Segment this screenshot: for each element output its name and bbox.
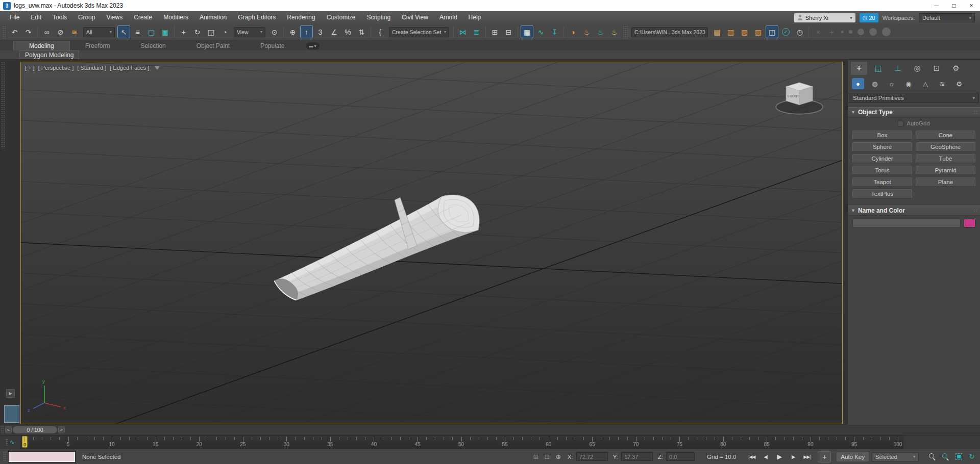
tab-object-paint[interactable]: Object Paint: [181, 41, 245, 50]
toolbar-grip[interactable]: [623, 25, 628, 39]
use-pivot-point-center-button[interactable]: ⊙: [268, 25, 281, 38]
select-and-rotate-button[interactable]: ↻: [191, 25, 204, 38]
menu-customize[interactable]: Customize: [321, 11, 361, 24]
filter-funnel-icon[interactable]: [155, 66, 160, 70]
primitive-category-dropdown[interactable]: Standard Primitives ▾: [849, 93, 979, 103]
tab-freeform[interactable]: Freeform: [70, 41, 126, 50]
select-object-button[interactable]: ↖: [117, 25, 130, 38]
previous-frame-button[interactable]: <: [5, 426, 12, 433]
zoom-extents-icon[interactable]: [940, 452, 950, 462]
menu-create[interactable]: Create: [128, 11, 158, 24]
menu-group[interactable]: Group: [72, 11, 101, 24]
maxscript-mini-listener[interactable]: [9, 452, 75, 462]
menu-edit[interactable]: Edit: [25, 11, 47, 24]
data-exchange-button[interactable]: ▨: [752, 25, 765, 38]
toolbar-grip[interactable]: [1, 62, 5, 148]
rectangular-selection-region-button[interactable]: ▢: [145, 25, 158, 38]
create-torus-button[interactable]: Torus: [852, 166, 912, 175]
menu-arnold[interactable]: Arnold: [434, 11, 463, 24]
select-and-place-button[interactable]: ◔: [218, 25, 231, 38]
category-lights[interactable]: ☼: [886, 78, 898, 89]
viewport-layout-tabs-button[interactable]: ▶: [6, 389, 15, 398]
tab-hierarchy-panel[interactable]: ⊥: [890, 62, 906, 75]
toolbar-grip[interactable]: [1, 426, 4, 434]
file-link-manager-button[interactable]: ▧: [738, 25, 751, 38]
toggle-ribbon-button[interactable]: ▦: [521, 25, 533, 38]
tab-selection[interactable]: Selection: [125, 41, 181, 50]
key-filter-dropdown[interactable]: Selected ▾: [872, 452, 919, 461]
spinner-snap-toggle-button[interactable]: ⇅: [355, 25, 368, 38]
menu-tools[interactable]: Tools: [47, 11, 72, 24]
object-color-swatch[interactable]: [964, 219, 975, 227]
previous-frame-icon[interactable]: ◀|: [760, 452, 771, 461]
zoom-icon[interactable]: [927, 452, 937, 462]
reference-coordinate-system-dropdown[interactable]: View▾: [234, 27, 265, 37]
tab-populate[interactable]: Populate: [245, 41, 300, 50]
update-notification-badge[interactable]: ◷ 20: [860, 13, 878, 22]
tab-utilities-panel[interactable]: ⚙: [948, 62, 964, 75]
category-geometry[interactable]: ●: [852, 78, 864, 89]
select-by-name-button[interactable]: ≡: [131, 25, 144, 38]
undo-button[interactable]: ↶: [8, 25, 21, 38]
redo-button[interactable]: ↷: [22, 25, 35, 38]
menu-graph-editors[interactable]: Graph Editors: [232, 11, 281, 24]
menu-modifiers[interactable]: Modifiers: [158, 11, 194, 24]
viewport-shading-menu[interactable]: [ Edged Faces ]: [110, 65, 149, 71]
toggle-layer-explorer-button[interactable]: ⊟: [502, 25, 515, 38]
window-crossing-toggle-button[interactable]: ▣: [159, 25, 172, 38]
bind-to-space-warp-button[interactable]: ≋: [68, 25, 81, 38]
category-helpers[interactable]: △: [919, 78, 932, 89]
category-systems[interactable]: ⚙: [953, 78, 965, 89]
category-shapes[interactable]: ◍: [869, 78, 881, 89]
create-plane-button[interactable]: Plane: [916, 177, 975, 187]
create-cylinder-button[interactable]: Cylinder: [852, 154, 912, 163]
select-and-move-button[interactable]: +: [177, 25, 190, 38]
object-name-field[interactable]: [852, 219, 961, 227]
create-cone-button[interactable]: Cone: [916, 131, 975, 140]
tab-display-panel[interactable]: ⊡: [928, 62, 945, 75]
set-keys-button[interactable]: +: [818, 451, 831, 462]
ribbon-config-dropdown[interactable]: ▬ ▾: [306, 42, 320, 49]
keyboard-shortcut-override-button[interactable]: ↑: [300, 25, 313, 38]
viewport-pov-menu[interactable]: [ Perspective ]: [38, 65, 74, 71]
menu-views[interactable]: Views: [101, 11, 128, 24]
play-icon[interactable]: ▶: [774, 452, 785, 461]
auto-key-button[interactable]: Auto Key: [837, 452, 869, 461]
project-folder-dropdown[interactable]: C:\Users\WIN...3ds Max 2023▾: [631, 27, 708, 37]
log-mesh-object[interactable]: [274, 195, 479, 300]
angle-snap-toggle-button[interactable]: ∠: [328, 25, 340, 38]
workspace-dropdown[interactable]: Default ▾: [919, 13, 975, 22]
maximize-button[interactable]: □: [945, 0, 963, 11]
create-tube-button[interactable]: Tube: [916, 154, 975, 163]
menu-civil-view[interactable]: Civil View: [396, 11, 434, 24]
go-to-start-icon[interactable]: |◀◀: [746, 452, 757, 461]
selection-filter-dropdown[interactable]: All▾: [83, 27, 115, 37]
scene-validation-button[interactable]: ✓: [779, 25, 792, 38]
selection-lock-icon[interactable]: ⊡: [543, 453, 551, 460]
tool-b-disabled-button[interactable]: +: [825, 25, 838, 38]
tab-modeling[interactable]: Modeling: [13, 41, 70, 50]
material-editor-button[interactable]: ◑: [567, 25, 579, 38]
object-type-rollout-header[interactable]: ▼ Object Type ∷: [848, 107, 980, 117]
polygon-modeling-panel[interactable]: Polygon Modeling: [19, 50, 79, 59]
close-button[interactable]: ×: [963, 0, 980, 11]
render-setup-button[interactable]: ♨: [580, 25, 593, 38]
edit-named-selection-sets-button[interactable]: {: [374, 25, 386, 38]
create-teapot-button[interactable]: Teapot: [852, 177, 912, 187]
toolbar-grip[interactable]: [3, 25, 6, 39]
viewcube[interactable]: FRONT: [776, 83, 823, 114]
auto-save-button[interactable]: ◫: [766, 25, 778, 38]
tool-a-disabled-button[interactable]: ×: [812, 25, 824, 38]
frame-counter[interactable]: 0 / 100: [13, 426, 57, 433]
tab-motion-panel[interactable]: ◎: [909, 62, 925, 75]
user-account-dropdown[interactable]: Sherry Xi ▾: [794, 13, 855, 22]
transform-gizmo-icon[interactable]: ⊕: [554, 453, 562, 460]
tab-modify-panel[interactable]: ◱: [870, 62, 887, 75]
tab-create-panel[interactable]: +: [851, 62, 867, 75]
name-and-color-rollout-header[interactable]: ▼ Name and Color ∷: [848, 205, 980, 216]
isolate-selection-icon[interactable]: ⊞: [532, 453, 540, 460]
rendered-frame-window-button[interactable]: ♨: [594, 25, 607, 38]
timeline-ruler[interactable]: 0 51015202530354045505560657075808590951…: [20, 435, 903, 449]
create-pyramid-button[interactable]: Pyramid: [916, 166, 975, 175]
orbit-icon[interactable]: ↻: [967, 452, 977, 462]
